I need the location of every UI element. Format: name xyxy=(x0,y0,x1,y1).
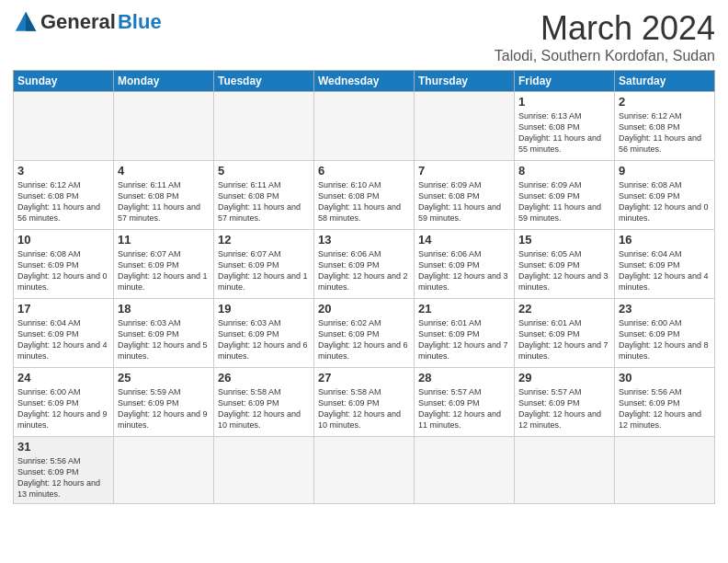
day-number: 12 xyxy=(218,233,310,247)
location-title: Talodi, Southern Kordofan, Sudan xyxy=(495,48,715,64)
header-saturday: Saturday xyxy=(615,71,715,92)
day-number: 13 xyxy=(318,233,410,247)
calendar-day-cell: 8Sunrise: 6:09 AM Sunset: 6:09 PM Daylig… xyxy=(515,161,615,230)
day-number: 5 xyxy=(218,164,310,178)
day-number: 20 xyxy=(318,302,410,316)
calendar-day-cell xyxy=(415,437,515,504)
svg-marker-1 xyxy=(26,12,36,31)
calendar-day-cell xyxy=(114,92,214,161)
calendar-day-cell: 30Sunrise: 5:56 AM Sunset: 6:09 PM Dayli… xyxy=(615,368,715,437)
calendar-day-cell: 28Sunrise: 5:57 AM Sunset: 6:09 PM Dayli… xyxy=(415,368,515,437)
calendar-day-cell xyxy=(314,92,415,161)
day-number: 14 xyxy=(418,233,510,247)
calendar-day-cell: 15Sunrise: 6:05 AM Sunset: 6:09 PM Dayli… xyxy=(515,230,615,299)
calendar-day-cell xyxy=(415,92,515,161)
calendar-week-row: 31Sunrise: 5:56 AM Sunset: 6:09 PM Dayli… xyxy=(14,437,715,504)
calendar-day-cell: 26Sunrise: 5:58 AM Sunset: 6:09 PM Dayli… xyxy=(214,368,314,437)
calendar-day-cell: 16Sunrise: 6:04 AM Sunset: 6:09 PM Dayli… xyxy=(615,230,715,299)
day-number: 29 xyxy=(518,371,610,385)
day-info: Sunrise: 6:04 AM Sunset: 6:09 PM Dayligh… xyxy=(17,317,109,362)
day-info: Sunrise: 5:59 AM Sunset: 6:09 PM Dayligh… xyxy=(118,386,210,431)
calendar-day-cell: 11Sunrise: 6:07 AM Sunset: 6:09 PM Dayli… xyxy=(114,230,214,299)
day-info: Sunrise: 5:57 AM Sunset: 6:09 PM Dayligh… xyxy=(418,386,510,431)
calendar-week-row: 1Sunrise: 6:13 AM Sunset: 6:08 PM Daylig… xyxy=(14,92,715,161)
header-wednesday: Wednesday xyxy=(314,71,415,92)
calendar-day-cell: 12Sunrise: 6:07 AM Sunset: 6:09 PM Dayli… xyxy=(214,230,314,299)
calendar-week-row: 10Sunrise: 6:08 AM Sunset: 6:09 PM Dayli… xyxy=(14,230,715,299)
day-info: Sunrise: 6:07 AM Sunset: 6:09 PM Dayligh… xyxy=(218,248,310,293)
day-info: Sunrise: 6:08 AM Sunset: 6:09 PM Dayligh… xyxy=(17,248,109,293)
day-number: 6 xyxy=(318,164,410,178)
logo-text-blue: Blue xyxy=(118,10,162,34)
calendar-day-cell: 5Sunrise: 6:11 AM Sunset: 6:08 PM Daylig… xyxy=(214,161,314,230)
calendar-day-cell xyxy=(515,437,615,504)
day-info: Sunrise: 6:01 AM Sunset: 6:09 PM Dayligh… xyxy=(518,317,610,362)
day-info: Sunrise: 6:07 AM Sunset: 6:09 PM Dayligh… xyxy=(118,248,210,293)
day-number: 28 xyxy=(418,371,510,385)
day-info: Sunrise: 6:12 AM Sunset: 6:08 PM Dayligh… xyxy=(17,179,109,224)
calendar-day-cell: 19Sunrise: 6:03 AM Sunset: 6:09 PM Dayli… xyxy=(214,299,314,368)
calendar-week-row: 17Sunrise: 6:04 AM Sunset: 6:09 PM Dayli… xyxy=(14,299,715,368)
header-monday: Monday xyxy=(114,71,214,92)
header-friday: Friday xyxy=(515,71,615,92)
day-number: 22 xyxy=(518,302,610,316)
day-number: 23 xyxy=(619,302,711,316)
calendar-day-cell: 7Sunrise: 6:09 AM Sunset: 6:08 PM Daylig… xyxy=(415,161,515,230)
day-info: Sunrise: 5:56 AM Sunset: 6:09 PM Dayligh… xyxy=(619,386,711,431)
calendar-day-cell: 17Sunrise: 6:04 AM Sunset: 6:09 PM Dayli… xyxy=(14,299,114,368)
day-number: 8 xyxy=(518,164,610,178)
day-number: 24 xyxy=(17,371,109,385)
day-number: 9 xyxy=(619,164,711,178)
logo-area: GeneralBlue xyxy=(13,9,162,35)
calendar-day-cell xyxy=(114,437,214,504)
day-info: Sunrise: 6:09 AM Sunset: 6:08 PM Dayligh… xyxy=(418,179,510,224)
logo-text-general: General xyxy=(40,10,116,34)
day-info: Sunrise: 5:58 AM Sunset: 6:09 PM Dayligh… xyxy=(318,386,410,431)
day-number: 10 xyxy=(17,233,109,247)
calendar-day-cell: 31Sunrise: 5:56 AM Sunset: 6:09 PM Dayli… xyxy=(14,437,114,504)
day-number: 18 xyxy=(118,302,210,316)
day-number: 26 xyxy=(218,371,310,385)
calendar-day-cell: 22Sunrise: 6:01 AM Sunset: 6:09 PM Dayli… xyxy=(515,299,615,368)
day-info: Sunrise: 6:04 AM Sunset: 6:09 PM Dayligh… xyxy=(619,248,711,293)
day-info: Sunrise: 5:58 AM Sunset: 6:09 PM Dayligh… xyxy=(218,386,310,431)
month-title: March 2024 xyxy=(495,9,715,48)
day-info: Sunrise: 6:12 AM Sunset: 6:08 PM Dayligh… xyxy=(619,110,711,155)
day-info: Sunrise: 6:01 AM Sunset: 6:09 PM Dayligh… xyxy=(418,317,510,362)
day-info: Sunrise: 6:00 AM Sunset: 6:09 PM Dayligh… xyxy=(17,386,109,431)
calendar-day-cell: 23Sunrise: 6:00 AM Sunset: 6:09 PM Dayli… xyxy=(615,299,715,368)
day-info: Sunrise: 6:11 AM Sunset: 6:08 PM Dayligh… xyxy=(218,179,310,224)
calendar-day-cell: 4Sunrise: 6:11 AM Sunset: 6:08 PM Daylig… xyxy=(114,161,214,230)
calendar-day-cell: 25Sunrise: 5:59 AM Sunset: 6:09 PM Dayli… xyxy=(114,368,214,437)
day-info: Sunrise: 6:03 AM Sunset: 6:09 PM Dayligh… xyxy=(218,317,310,362)
day-number: 4 xyxy=(118,164,210,178)
day-number: 25 xyxy=(118,371,210,385)
day-number: 27 xyxy=(318,371,410,385)
day-number: 30 xyxy=(619,371,711,385)
day-number: 2 xyxy=(619,95,711,109)
calendar-day-cell: 9Sunrise: 6:08 AM Sunset: 6:09 PM Daylig… xyxy=(615,161,715,230)
logo: GeneralBlue xyxy=(13,9,162,35)
day-number: 16 xyxy=(619,233,711,247)
calendar-day-cell: 27Sunrise: 5:58 AM Sunset: 6:09 PM Dayli… xyxy=(314,368,415,437)
calendar-week-row: 3Sunrise: 6:12 AM Sunset: 6:08 PM Daylig… xyxy=(14,161,715,230)
calendar-day-cell: 1Sunrise: 6:13 AM Sunset: 6:08 PM Daylig… xyxy=(515,92,615,161)
day-number: 1 xyxy=(518,95,610,109)
calendar-day-cell: 6Sunrise: 6:10 AM Sunset: 6:08 PM Daylig… xyxy=(314,161,415,230)
day-number: 17 xyxy=(17,302,109,316)
calendar-day-cell: 2Sunrise: 6:12 AM Sunset: 6:08 PM Daylig… xyxy=(615,92,715,161)
header-sunday: Sunday xyxy=(14,71,114,92)
calendar-day-cell xyxy=(615,437,715,504)
calendar-day-cell: 21Sunrise: 6:01 AM Sunset: 6:09 PM Dayli… xyxy=(415,299,515,368)
day-info: Sunrise: 6:05 AM Sunset: 6:09 PM Dayligh… xyxy=(518,248,610,293)
day-info: Sunrise: 6:00 AM Sunset: 6:09 PM Dayligh… xyxy=(619,317,711,362)
calendar-day-cell xyxy=(14,92,114,161)
header-area: GeneralBlue March 2024 Talodi, Southern … xyxy=(13,9,715,64)
calendar-day-cell xyxy=(314,437,415,504)
day-number: 31 xyxy=(17,440,109,454)
day-info: Sunrise: 6:13 AM Sunset: 6:08 PM Dayligh… xyxy=(518,110,610,155)
calendar-table: Sunday Monday Tuesday Wednesday Thursday… xyxy=(13,70,715,504)
calendar-week-row: 24Sunrise: 6:00 AM Sunset: 6:09 PM Dayli… xyxy=(14,368,715,437)
day-number: 11 xyxy=(118,233,210,247)
day-info: Sunrise: 5:56 AM Sunset: 6:09 PM Dayligh… xyxy=(17,455,109,500)
